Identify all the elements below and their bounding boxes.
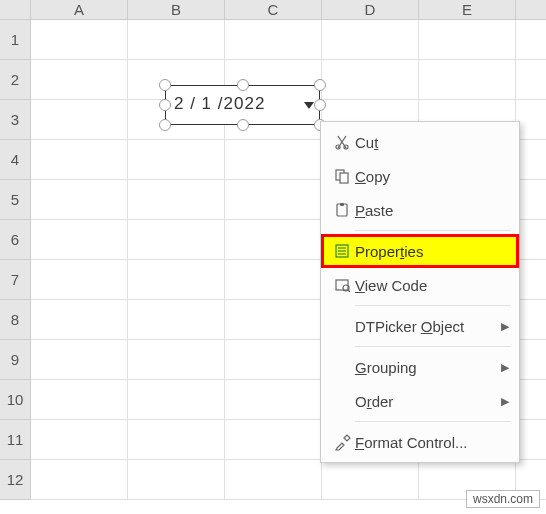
col-B[interactable]: B [128,0,225,19]
row-9[interactable]: 9 [0,340,30,380]
row-12[interactable]: 12 [0,460,30,500]
resize-handle-ne[interactable] [314,79,326,91]
menu-dtpicker-object-label: DTPicker Object [355,318,501,335]
dtpicker-control[interactable]: 2 / 1 /2022 [165,85,320,125]
svg-rect-3 [340,173,348,183]
cut-icon [329,134,355,150]
row-10[interactable]: 10 [0,380,30,420]
context-menu: Cut Copy Paste Properties View Code DTPi… [320,121,520,463]
menu-properties[interactable]: Properties [321,234,519,268]
menu-order-label: Order [355,393,501,410]
paste-icon [329,202,355,218]
resize-handle-e[interactable] [314,99,326,111]
row-3[interactable]: 3 [0,100,30,140]
row-7[interactable]: 7 [0,260,30,300]
row-4[interactable]: 4 [0,140,30,180]
menu-grouping[interactable]: Grouping ▶ [321,350,519,384]
select-all-corner[interactable] [0,0,31,20]
menu-cut-label: Cut [355,134,509,151]
row-6[interactable]: 6 [0,220,30,260]
menu-separator [355,230,511,231]
menu-view-code[interactable]: View Code [321,268,519,302]
resize-handle-sw[interactable] [159,119,171,131]
col-E[interactable]: E [419,0,516,19]
resize-handle-w[interactable] [159,99,171,111]
submenu-arrow-icon: ▶ [501,320,509,333]
col-C[interactable]: C [225,0,322,19]
resize-handle-n[interactable] [237,79,249,91]
menu-grouping-label: Grouping [355,359,501,376]
row-headers: 1 2 3 4 5 6 7 8 9 10 11 12 [0,20,31,500]
menu-paste[interactable]: Paste [321,193,519,227]
column-headers: A B C D E [31,0,546,20]
menu-copy[interactable]: Copy [321,159,519,193]
copy-icon [329,168,355,184]
menu-format-control-label: Format Control... [355,434,509,451]
col-A[interactable]: A [31,0,128,19]
menu-cut[interactable]: Cut [321,125,519,159]
svg-line-12 [348,290,350,292]
col-D[interactable]: D [322,0,419,19]
submenu-arrow-icon: ▶ [501,395,509,408]
menu-view-code-label: View Code [355,277,509,294]
format-control-icon [329,434,355,451]
menu-copy-label: Copy [355,168,509,185]
row-11[interactable]: 11 [0,420,30,460]
watermark: wsxdn.com [466,490,540,508]
menu-dtpicker-object[interactable]: DTPicker Object ▶ [321,309,519,343]
resize-handle-nw[interactable] [159,79,171,91]
svg-rect-5 [340,203,344,206]
row-5[interactable]: 5 [0,180,30,220]
view-code-icon [329,277,355,293]
menu-paste-label: Paste [355,202,509,219]
menu-separator [355,346,511,347]
resize-handle-s[interactable] [237,119,249,131]
properties-icon [329,243,355,259]
submenu-arrow-icon: ▶ [501,361,509,374]
menu-format-control[interactable]: Format Control... [321,425,519,459]
menu-order[interactable]: Order ▶ [321,384,519,418]
menu-properties-label: Properties [355,243,509,260]
row-1[interactable]: 1 [0,20,30,60]
menu-separator [355,305,511,306]
row-2[interactable]: 2 [0,60,30,100]
menu-separator [355,421,511,422]
row-8[interactable]: 8 [0,300,30,340]
